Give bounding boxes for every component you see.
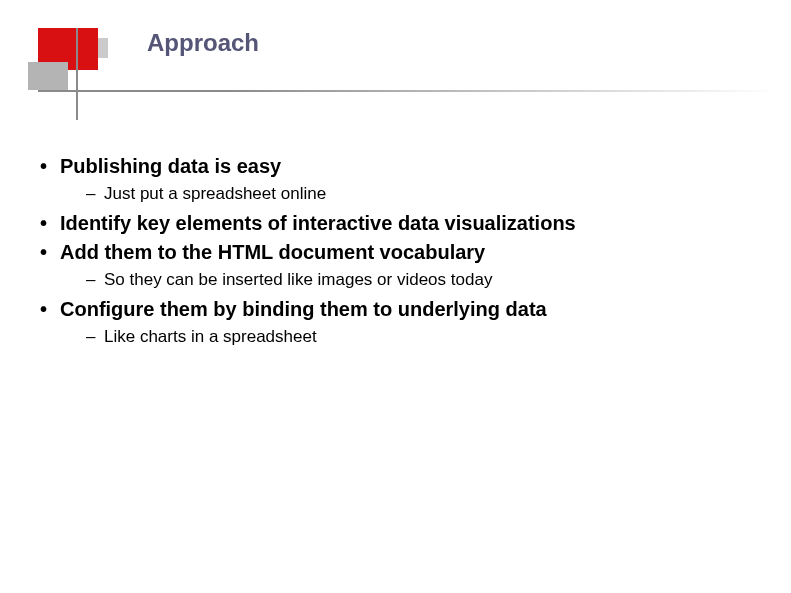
bullet-level-1: Publishing data is easy [40, 155, 751, 178]
slide-header-decoration [28, 28, 788, 108]
horizontal-divider [38, 90, 778, 92]
bullet-level-1: Identify key elements of interactive dat… [40, 212, 751, 235]
slide-content: Publishing data is easy Just put a sprea… [40, 155, 751, 355]
slide-title: Approach [147, 29, 259, 57]
bullet-level-2: Like charts in a spreadsheet [40, 327, 751, 347]
bullet-level-1: Configure them by binding them to underl… [40, 298, 751, 321]
bullet-level-2: So they can be inserted like images or v… [40, 270, 751, 290]
bullet-level-1: Add them to the HTML document vocabulary [40, 241, 751, 264]
grey-square-accent-1 [28, 62, 68, 90]
vertical-divider [76, 28, 78, 120]
bullet-level-2: Just put a spreadsheet online [40, 184, 751, 204]
